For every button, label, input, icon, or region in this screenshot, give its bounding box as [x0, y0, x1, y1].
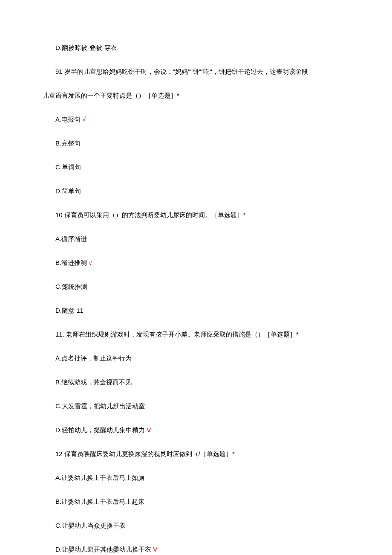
- text: 儿童语言发展的一个主要特点是（）［单选题］*: [43, 92, 179, 99]
- text: B.让婴幼儿换上干衣后马上起床: [55, 498, 144, 505]
- question-10: 10 保育员可以采用（）的方法判断婴幼儿尿床的时间。［单选题］*: [43, 210, 349, 220]
- text: 12 保育员唤醒床婴幼儿更换尿湿的视艮时应做到（/［单选题］*: [55, 450, 235, 457]
- check-icon: √: [81, 116, 86, 123]
- option-b-q12: B.让婴幼儿换上干衣后马上起床: [43, 497, 349, 507]
- text: C.笼统推测: [55, 283, 87, 290]
- text: C.让婴幼儿当众更换干衣: [55, 522, 126, 529]
- text: D.让婴幼儿避开其他婴幼儿换干衣: [55, 546, 151, 553]
- option-a-q9: A.电报句 √: [43, 114, 349, 125]
- text: D.随意 11: [55, 307, 84, 314]
- text: B.完整句: [55, 139, 81, 147]
- option-b-q10: B.渐进推测 √: [43, 258, 349, 268]
- option-d-q9: D.简单句: [43, 186, 349, 196]
- text: D.轻拍幼儿，提醒幼儿集中精力: [55, 426, 145, 433]
- option-d-q8: D.翻被晾被-叠被-穿衣: [43, 43, 349, 53]
- option-c-q10: C.笼统推测: [43, 282, 349, 292]
- option-a-q11: A.点名批评，制止这种行为: [43, 353, 349, 363]
- option-a-q12: A.让婴幼儿换上干衣后马上如厕: [43, 473, 349, 483]
- option-b-q9: B.完整句: [43, 138, 349, 148]
- text: A.让婴幼儿换上干衣后马上如厕: [55, 474, 144, 481]
- text: D.简单句: [55, 187, 81, 195]
- question-11: 11. 老师在组织规则游戏时，发现有孩子开小差。老师应采取的措施是（）［单选题］…: [43, 329, 349, 340]
- option-d-q12: D.让婴幼儿避开其他婴幼儿换干衣 V: [43, 544, 349, 555]
- text: C.大发雷霆，把幼儿赶出活动室: [55, 402, 145, 410]
- v-mark: V: [145, 426, 151, 433]
- text: B.渐进推测: [55, 259, 87, 266]
- option-c-q12: C.让婴幼儿当众更换干衣: [43, 520, 349, 531]
- question-9-line2: 儿童语言发展的一个主要特点是（）［单选题］*: [43, 90, 349, 101]
- option-d-q11: D.轻拍幼儿，提醒幼儿集中精力 V: [43, 425, 349, 435]
- question-12: 12 保育员唤醒床婴幼儿更换尿湿的视艮时应做到（/［单选题］*: [43, 449, 349, 459]
- text: A.循序渐进: [55, 235, 87, 242]
- text: B.继续游戏，芫全视而不见: [55, 378, 132, 386]
- text: 91 岁半的儿童想给妈妈吃饼干时，会说："妈妈""饼""吃"，饼把饼干递过去，这…: [55, 68, 308, 75]
- text: A.电报句: [55, 116, 81, 123]
- option-a-q10: A.循序渐进: [43, 234, 349, 244]
- question-9-line1: 91 岁半的儿童想给妈妈吃饼干时，会说："妈妈""饼""吃"，饼把饼干递过去，这…: [43, 67, 349, 77]
- text: 11. 老师在组织规则游戏时，发现有孩子开小差。老师应采取的措施是（）［单选题］…: [55, 331, 299, 338]
- text: D.翻被晾被-叠被-穿衣: [55, 44, 117, 51]
- text: 10 保育员可以采用（）的方法判断婴幼儿尿床的时间。［单选题］*: [55, 211, 246, 218]
- check-icon: √: [87, 259, 92, 266]
- option-c-q11: C.大发雷霆，把幼儿赶出活动室: [43, 401, 349, 411]
- option-d-q10: D.随意 11: [43, 305, 349, 316]
- v-mark: V: [151, 546, 157, 553]
- text: A.点名批评，制止这种行为: [55, 355, 132, 362]
- text: C.单词句: [55, 163, 81, 171]
- option-b-q11: B.继续游戏，芫全视而不见: [43, 377, 349, 387]
- option-c-q9: C.单词句: [43, 162, 349, 172]
